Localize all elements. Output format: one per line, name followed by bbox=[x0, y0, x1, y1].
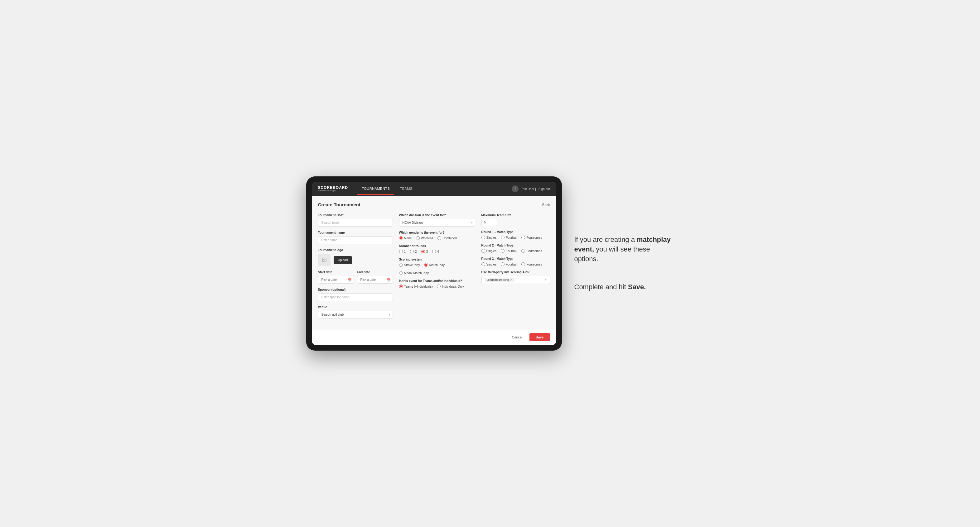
round1-foursomes[interactable]: Foursomes bbox=[521, 236, 542, 239]
api-tag: Leaderboard King ✕ bbox=[485, 278, 515, 282]
scoring-medal-radio[interactable] bbox=[399, 271, 403, 275]
round3-singles-radio[interactable] bbox=[481, 262, 485, 266]
round1-label: Round 1 - Match Type bbox=[481, 230, 550, 234]
individuals-radio[interactable] bbox=[437, 284, 441, 288]
tournament-logo-label: Tournament logo bbox=[318, 248, 393, 252]
gender-womens[interactable]: Womens bbox=[416, 236, 433, 240]
scoring-match-radio[interactable] bbox=[424, 263, 428, 267]
form-grid: Tournament Host Tournament name Tourname… bbox=[318, 213, 550, 323]
gender-womens-radio[interactable] bbox=[416, 236, 420, 240]
scoring-medal[interactable]: Medal Match Play bbox=[399, 271, 429, 275]
date-row: Start date 📅 End date bbox=[318, 270, 393, 284]
annotation-bottom-bold: Save. bbox=[628, 283, 646, 291]
round3-fourball[interactable]: Fourball bbox=[501, 262, 517, 266]
annotation-top-text1: If you are creating a bbox=[574, 236, 637, 243]
round2-foursomes[interactable]: Foursomes bbox=[521, 249, 542, 253]
rounds-3-radio[interactable] bbox=[421, 250, 425, 253]
teams-radio[interactable] bbox=[399, 284, 403, 288]
nav-tab-tournaments[interactable]: TOURNAMENTS bbox=[357, 183, 394, 195]
round3-fourball-radio[interactable] bbox=[501, 262, 504, 266]
page-wrapper: SCOREBOARD Powered by clippit TOURNAMENT… bbox=[272, 176, 708, 351]
cancel-button[interactable]: Cancel bbox=[508, 333, 526, 341]
round1-singles[interactable]: Singles bbox=[481, 236, 497, 239]
scoring-label: Scoring system bbox=[399, 258, 475, 261]
max-team-input[interactable] bbox=[481, 219, 497, 226]
gender-combined-radio[interactable] bbox=[438, 236, 441, 240]
round2-fourball-radio[interactable] bbox=[501, 249, 504, 253]
round3-label: Round 3 - Match Type bbox=[481, 257, 550, 260]
signout-link[interactable]: Sign out bbox=[538, 187, 550, 191]
tournament-name-input[interactable] bbox=[318, 236, 393, 244]
gender-label: Which gender is the event for? bbox=[399, 231, 475, 234]
annotations-area: If you are creating a matchplay event, y… bbox=[574, 235, 674, 292]
tournament-host-input[interactable] bbox=[318, 219, 393, 227]
api-select[interactable]: Leaderboard King ✕ ▾ bbox=[481, 276, 550, 284]
avatar: T bbox=[512, 186, 519, 192]
sponsor-input[interactable] bbox=[318, 293, 393, 301]
round1-foursomes-radio[interactable] bbox=[521, 236, 525, 239]
max-team-label: Maximum Team Size bbox=[481, 213, 550, 217]
page-title: Create Tournament bbox=[318, 202, 360, 207]
api-label: Use third-party live scoring API? bbox=[481, 270, 550, 274]
rounds-3[interactable]: 3 bbox=[421, 250, 428, 253]
round2-singles-radio[interactable] bbox=[481, 249, 485, 253]
division-select[interactable]: NCAA Division I bbox=[399, 219, 475, 227]
sponsor-label: Sponsor (optional) bbox=[318, 288, 393, 291]
upload-button[interactable]: Upload bbox=[334, 256, 352, 264]
nav-bar: SCOREBOARD Powered by clippit TOURNAMENT… bbox=[312, 182, 556, 196]
nav-logo: SCOREBOARD Powered by clippit bbox=[318, 186, 348, 192]
round3-singles[interactable]: Singles bbox=[481, 262, 497, 266]
gender-radio-group: Mens Womens Combined bbox=[399, 236, 475, 240]
api-value: Leaderboard King bbox=[487, 278, 509, 281]
scoring-stroke-radio[interactable] bbox=[399, 263, 403, 267]
logo-title: SCOREBOARD bbox=[318, 186, 348, 189]
form-right: Maximum Team Size Round 1 - Match Type S… bbox=[481, 213, 550, 323]
main-content: Create Tournament ← Back Tournament Host… bbox=[312, 196, 556, 329]
round1-options: Singles Fourball Foursomes bbox=[481, 236, 550, 239]
round1-fourball-radio[interactable] bbox=[501, 236, 504, 239]
teams-option[interactable]: Teams (+Individuals) bbox=[399, 284, 433, 288]
round2-foursomes-radio[interactable] bbox=[521, 249, 525, 253]
api-chevron-icon: ▾ bbox=[545, 278, 547, 281]
rounds-1[interactable]: 1 bbox=[399, 250, 406, 253]
round3-foursomes-radio[interactable] bbox=[521, 262, 525, 266]
back-button[interactable]: ← Back bbox=[538, 203, 550, 206]
rounds-2[interactable]: 2 bbox=[410, 250, 417, 253]
nav-tab-teams[interactable]: TEAMS bbox=[395, 183, 417, 195]
rounds-radio-group: 1 2 3 4 bbox=[399, 250, 475, 253]
round1-singles-radio[interactable] bbox=[481, 236, 485, 239]
scoring-radio-group: Stroke Play Match Play Medal Match Play bbox=[399, 263, 475, 275]
start-date-label: Start date bbox=[318, 270, 354, 274]
logo-upload-area: Upload bbox=[318, 254, 393, 266]
nav-user: Test User | bbox=[521, 187, 536, 191]
save-button[interactable]: Save bbox=[530, 333, 550, 341]
logo-placeholder bbox=[318, 254, 331, 266]
round3-foursomes[interactable]: Foursomes bbox=[521, 262, 542, 266]
gender-mens[interactable]: Mens bbox=[399, 236, 412, 240]
tournament-host-group: Tournament Host bbox=[318, 213, 393, 227]
gender-mens-radio[interactable] bbox=[399, 236, 403, 240]
nav-tabs: TOURNAMENTS TEAMS bbox=[357, 183, 512, 195]
scoring-stroke[interactable]: Stroke Play bbox=[399, 263, 420, 267]
round2-fourball[interactable]: Fourball bbox=[501, 249, 517, 253]
api-tag-remove[interactable]: ✕ bbox=[510, 278, 512, 281]
rounds-1-radio[interactable] bbox=[399, 250, 403, 253]
venue-label: Venue bbox=[318, 305, 393, 309]
round2-singles[interactable]: Singles bbox=[481, 249, 497, 253]
individuals-option[interactable]: Individuals Only bbox=[437, 284, 464, 288]
gender-combined[interactable]: Combined bbox=[438, 236, 457, 240]
rounds-2-radio[interactable] bbox=[410, 250, 414, 253]
round1-fourball[interactable]: Fourball bbox=[501, 236, 517, 239]
round2-label: Round 2 - Match Type bbox=[481, 244, 550, 247]
end-date-group: End date 📅 bbox=[357, 270, 393, 284]
page-header: Create Tournament ← Back bbox=[318, 202, 550, 207]
rounds-4[interactable]: 4 bbox=[432, 250, 439, 253]
teams-radio-group: Teams (+Individuals) Individuals Only bbox=[399, 284, 475, 288]
api-group: Use third-party live scoring API? Leader… bbox=[481, 270, 550, 284]
scoring-match[interactable]: Match Play bbox=[424, 263, 445, 267]
venue-select[interactable]: Search golf club bbox=[318, 311, 393, 319]
svg-point-1 bbox=[323, 259, 324, 260]
round3-match-type: Round 3 - Match Type Singles Fourball Fo… bbox=[481, 257, 550, 266]
rounds-4-radio[interactable] bbox=[432, 250, 436, 253]
end-calendar-icon: 📅 bbox=[387, 278, 390, 281]
